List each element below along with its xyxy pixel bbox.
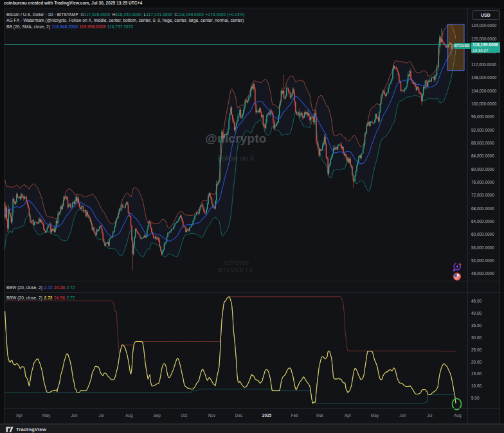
time-tick-label: Aug	[454, 413, 462, 418]
bbw-tick-label: 15.00	[471, 371, 482, 376]
price-tick-label: 108,000.0000	[471, 75, 496, 80]
bbw-tick-label: 20.00	[471, 360, 482, 364]
time-tick-label: Apr	[345, 413, 351, 418]
bbw-tick-label: 35.00	[471, 323, 482, 328]
bb-basis-value: 118,348.2000	[51, 24, 78, 29]
symbol-title[interactable]: Bitcoin / U.S. Dollar · 1D · BITSTAMP	[6, 12, 78, 17]
bbw-tick-label: 5.00	[471, 396, 479, 400]
watermark-follow-text: Follow on X	[4, 154, 467, 162]
bbw-line-indicator1	[5, 297, 456, 403]
bbw-tick-label: 10.00	[471, 384, 482, 388]
us-event-icon[interactable]	[453, 272, 461, 280]
tradingview-logo-text: TradingView	[16, 427, 46, 432]
symbol-watermark-symbol: BTCUSD | D	[4, 267, 467, 274]
time-tick-label: Jul	[98, 413, 104, 418]
main-pane[interactable]	[4, 24, 467, 270]
bbw2-lowest-contraction: 2.72	[66, 296, 75, 300]
watermark-handle-text: @nicrypto	[4, 132, 467, 146]
price-tick-label: 104,000.0000	[471, 89, 496, 93]
time-tick-label: Dec	[235, 413, 243, 418]
bb-upper-value: 119,958.6328	[80, 24, 106, 29]
price-tick-label: 92,000.0000	[471, 128, 494, 132]
low-value: 117,421.0000	[146, 12, 172, 17]
close-value: 118,199.0000	[177, 12, 204, 17]
tradingview-logo[interactable]: TradingView	[6, 427, 46, 432]
ohlc-pair: L117,421.0000	[143, 12, 172, 17]
bbw-line-indicator2	[5, 297, 456, 403]
bbw1-lowest-contraction: 2.72	[66, 285, 75, 290]
lightning-bolt-icon	[456, 265, 458, 269]
symbol-watermark-date: 31/7/2025	[4, 260, 467, 267]
main-symbol-legend[interactable]: Bitcoin / U.S. Dollar · 1D · BITSTAMP O1…	[6, 12, 245, 17]
watermark-indicator-title[interactable]: AG FX - Watermark (@nicrypto, Follow on …	[6, 18, 244, 22]
price-tick-label: 84,000.0000	[471, 154, 494, 158]
price-tick-label: 80,000.0000	[471, 167, 494, 172]
price-tick-label: 124,000.0000	[471, 23, 496, 28]
pane-borders	[0, 8, 504, 424]
tradingview-snapshot: coinbureau created with TradingView.com,…	[0, 0, 504, 433]
time-tick-label: 2025	[262, 413, 271, 418]
price-tick-label: 100,000.0000	[471, 102, 496, 106]
time-tick-label: Sep	[153, 413, 161, 418]
high-value: 118,454.0000	[116, 12, 142, 17]
time-tick-label: May	[42, 413, 50, 418]
ohlc-pair: H118,454.0000	[112, 12, 141, 17]
bbw1-title[interactable]: BBW (20, close, 2)	[6, 285, 42, 290]
bbw-tick-label: 45.00	[471, 299, 482, 303]
price-tick-label: 52,000.0000	[471, 258, 494, 263]
last-price-badge[interactable]: 118,199.0000 14:34:27	[471, 42, 500, 53]
bbw2-value: 2.72	[44, 296, 53, 300]
price-tick-label: 56,000.0000	[471, 245, 494, 250]
change-value: +273.0000 (+0.23%)	[205, 12, 244, 17]
price-tick-label: 64,000.0000	[471, 219, 494, 224]
tradingview-logo-icon	[6, 427, 14, 432]
time-tick-label: Oct	[181, 413, 187, 418]
bbw-indicator2-legend[interactable]: BBW (20, close, 2) 2.72 24.56 2.72	[6, 296, 75, 300]
bbw-tick-label: 40.00	[471, 311, 482, 315]
time-tick-label: Jul	[427, 413, 432, 418]
price-badge-symbol[interactable]: BTCUSD	[454, 43, 471, 49]
watermark-indicator-legend[interactable]: AG FX - Watermark (@nicrypto, Follow on …	[6, 18, 244, 22]
price-tick-label: 60,000.0000	[471, 232, 494, 236]
ohlc-pair: C118,199.0000	[174, 12, 204, 17]
time-tick-label: Mar	[316, 413, 323, 418]
price-tick-label: 48,000.0000	[471, 271, 494, 276]
badge-countdown: 14:34:27	[473, 48, 500, 53]
bbw-tick-label: 25.00	[471, 348, 482, 352]
bb-indicator-title[interactable]: BB (20, SMA, close, 2)	[6, 24, 50, 29]
ohlc-pair: O117,926.0000	[80, 12, 110, 17]
price-tick-label: 96,000.0000	[471, 114, 494, 119]
price-tick-label: 112,000.0000	[471, 62, 496, 67]
badge-price: 118,199.0000	[473, 42, 500, 48]
bbw-lowest-contraction-line	[5, 389, 456, 403]
price-tick-label: 120,000.0000	[471, 37, 496, 41]
symbol-watermark: 31/7/2025 BTCUSD | D	[4, 260, 467, 273]
bb-lower-value: 116,737.7672	[107, 24, 134, 29]
bbw2-title[interactable]: BBW (20, close, 2)	[6, 296, 42, 300]
open-value: 117,926.0000	[84, 12, 111, 17]
bbw-highest-expansion-line	[5, 297, 456, 354]
bb-indicator-legend[interactable]: BB (20, SMA, close, 2) 118,348.2000 119,…	[6, 24, 133, 29]
price-tick-label: 76,000.0000	[471, 180, 494, 184]
bbw-tick-label: 30.00	[471, 335, 482, 340]
flash-idea-icon[interactable]	[453, 263, 462, 272]
bbw-indicator1-legend[interactable]: BBW (20, close, 2) 2.72 24.56 2.72	[6, 285, 75, 290]
time-tick-label: Nov	[208, 413, 216, 418]
price-tick-label: 72,000.0000	[471, 193, 494, 197]
event-markers	[452, 262, 462, 281]
tradingview-logo-glyph	[6, 427, 13, 432]
time-tick-label: Aug	[125, 413, 133, 418]
time-tick-label: Jun	[71, 413, 77, 418]
notification-dot	[459, 263, 461, 265]
bbw2-highest-expansion: 24.56	[54, 296, 65, 300]
price-tick-label: 68,000.0000	[471, 206, 494, 211]
currency-button[interactable]: USD	[472, 10, 500, 20]
time-tick-label: Jun	[399, 413, 406, 418]
time-tick-label: May	[371, 413, 379, 418]
chart-canvas[interactable]	[0, 0, 504, 433]
bbw1-value: 2.72	[44, 285, 53, 290]
time-tick-label: Feb	[291, 413, 298, 418]
bbw-pane[interactable]	[5, 297, 456, 403]
time-tick-label: Apr	[16, 413, 22, 418]
price-tick-label: 88,000.0000	[471, 141, 494, 145]
